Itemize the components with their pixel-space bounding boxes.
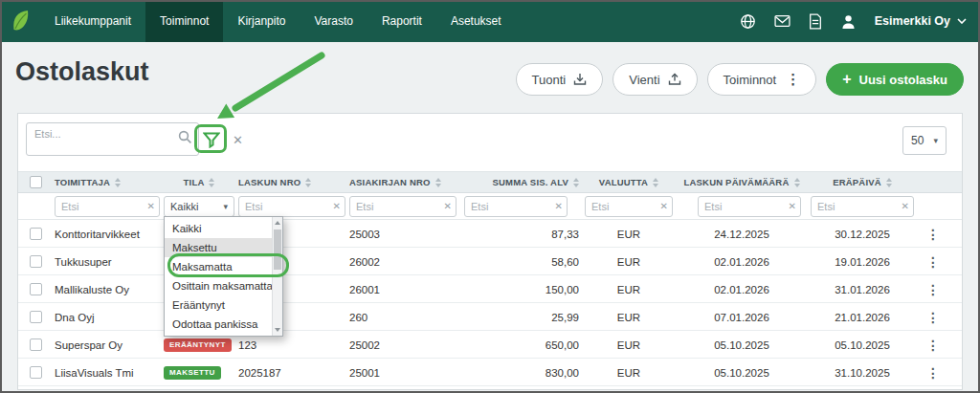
scroll-up-icon[interactable]: [275, 221, 280, 225]
document-no-cell: 26002: [349, 248, 457, 275]
company-name: Esimerkki Oy: [875, 14, 950, 28]
filter-toimittaja-input[interactable]: [56, 197, 144, 216]
filter-summa-input[interactable]: [465, 197, 551, 216]
filter-laskun-nro: ✕: [238, 196, 345, 217]
filter-erapaiva: ✕: [811, 196, 914, 217]
row-checkbox[interactable]: [30, 283, 42, 295]
clear-filter-icon[interactable]: ✕: [444, 201, 452, 211]
select-all-checkbox[interactable]: [30, 176, 42, 188]
company-switcher[interactable]: Esimerkki Oy: [875, 14, 967, 28]
table-row[interactable]: Dna Oyj 260 25,99 EUR 07.01.2026 21.01.2…: [18, 303, 962, 331]
currency-cell: EUR: [583, 220, 675, 248]
nav-item-varasto[interactable]: Varasto: [300, 0, 367, 42]
invoice-list-card: ✕ 50 ▾ TOIMITTAJA TILA LASKUN NRO ASIAKI…: [17, 113, 963, 390]
clear-filter-icon[interactable]: ✕: [147, 201, 155, 211]
clear-filter-icon[interactable]: ✕: [660, 201, 668, 211]
supplier-cell: Superspar Oy: [55, 331, 160, 359]
row-checkbox[interactable]: [30, 366, 42, 379]
page-size-select[interactable]: 50 ▾: [902, 126, 947, 155]
dropdown-option-osittain-maksamatta[interactable]: Osittain maksamatta: [165, 276, 273, 295]
brand-logo[interactable]: [0, 0, 40, 42]
filter-laskun-nro-input[interactable]: [239, 197, 329, 216]
nav-item-liikekumppanit[interactable]: Liikekumppanit: [40, 0, 145, 42]
clear-filter-icon[interactable]: ✕: [333, 201, 341, 211]
filter-laskun-paivamaara-input[interactable]: [699, 197, 785, 216]
document-no-cell: 26001: [349, 275, 457, 303]
nav-item-kirjanpito[interactable]: Kirjanpito: [223, 0, 300, 42]
column-label: SUMMA SIS. ALV: [492, 177, 568, 187]
new-invoice-button-label: Uusi ostolasku: [859, 73, 947, 87]
dropdown-scrollbar[interactable]: [272, 217, 282, 336]
table-row[interactable]: Konttoritarvikkeet 25003 87,33 EUR 24.12…: [18, 220, 962, 248]
filter-erapaiva-input[interactable]: [812, 197, 898, 216]
row-menu-kebab-icon[interactable]: ⋮: [924, 248, 943, 275]
column-header-summa[interactable]: SUMMA SIS. ALV: [460, 172, 579, 192]
column-header-valuutta[interactable]: VALUUTTA: [583, 172, 675, 192]
row-checkbox[interactable]: [30, 338, 42, 351]
column-header-asiakirjan-nro[interactable]: ASIAKIRJAN NRO: [349, 172, 457, 192]
row-checkbox[interactable]: [30, 311, 42, 323]
dropdown-option-eraantynyt[interactable]: Erääntynyt: [165, 295, 273, 315]
dropdown-option-maksettu[interactable]: Maksettu: [165, 238, 273, 257]
row-checkbox[interactable]: [30, 255, 42, 268]
clear-filter-icon[interactable]: ✕: [789, 201, 796, 211]
column-header-erapaiva[interactable]: ERÄPÄIVÄ: [809, 172, 916, 192]
nav-item-asetukset[interactable]: Asetukset: [436, 0, 516, 42]
table-row[interactable]: LiisaVisuals Tmi MAKSETTU 2025187 25001 …: [18, 359, 962, 386]
export-button[interactable]: Vienti: [612, 63, 697, 96]
supplier-cell: Tukkusuper: [55, 248, 160, 275]
amount-cell: 87,33: [460, 220, 579, 248]
row-menu-kebab-icon[interactable]: ⋮: [924, 331, 943, 359]
dropdown-option-kaikki[interactable]: Kaikki: [165, 219, 273, 238]
sort-icon: [115, 178, 121, 187]
row-menu-kebab-icon[interactable]: ⋮: [924, 275, 943, 303]
clear-filter-icon[interactable]: ✕: [555, 201, 563, 211]
dropdown-option-maksamatta[interactable]: Maksamatta: [165, 257, 273, 276]
dropdown-option-odottaa-pankissa[interactable]: Odottaa pankissa: [165, 315, 273, 334]
supplier-cell: Konttoritarvikkeet: [55, 220, 160, 248]
plus-icon: +: [842, 71, 851, 88]
import-button[interactable]: Tuonti: [516, 63, 604, 96]
actions-menu-button[interactable]: Toiminnot ⋮: [707, 63, 817, 96]
due-date-cell: 19.01.2026: [809, 248, 916, 275]
scroll-down-icon[interactable]: [275, 328, 280, 332]
leaf-logo-icon: [10, 9, 31, 33]
invoice-date-cell: 05.10.2025: [679, 359, 805, 386]
nav-utilities: Esimerkki Oy: [740, 0, 980, 42]
user-icon[interactable]: [840, 13, 857, 30]
due-date-cell: 05.10.2025: [809, 331, 916, 359]
filter-asiakirjan-nro-input[interactable]: [350, 197, 440, 216]
row-menu-kebab-icon[interactable]: ⋮: [924, 303, 943, 331]
column-header-tila[interactable]: TILA: [164, 172, 234, 192]
search-input[interactable]: [27, 125, 170, 142]
document-icon[interactable]: [809, 13, 822, 30]
document-no-cell: 25002: [349, 331, 457, 359]
filter-tila-select[interactable]: Kaikki▾: [164, 196, 234, 217]
globe-icon[interactable]: [740, 13, 756, 30]
row-checkbox[interactable]: [30, 228, 42, 240]
actions-button-label: Toiminnot: [724, 73, 777, 87]
nav-item-toiminnot[interactable]: Toiminnot: [145, 0, 223, 42]
column-label: ASIAKIRJAN NRO: [349, 177, 431, 187]
due-date-cell: 21.01.2026: [809, 303, 916, 331]
filter-valuutta-input[interactable]: [586, 197, 657, 216]
column-header-laskun-paivamaara[interactable]: LASKUN PÄIVÄMÄÄRÄ: [679, 172, 805, 192]
currency-cell: EUR: [583, 331, 675, 359]
table-row[interactable]: Mallikaluste Oy 26001 150,00 EUR 02.01.2…: [18, 275, 962, 303]
status-badge-overdue: ERÄÄNTYNYT: [164, 338, 232, 352]
row-menu-kebab-icon[interactable]: ⋮: [924, 359, 943, 386]
clear-search-icon[interactable]: ✕: [233, 133, 243, 147]
row-menu-kebab-icon[interactable]: ⋮: [924, 220, 943, 248]
mail-icon[interactable]: [774, 14, 791, 28]
due-date-cell: 31.01.2026: [809, 275, 916, 303]
clear-filter-icon[interactable]: ✕: [902, 201, 909, 211]
column-header-laskun-nro[interactable]: LASKUN NRO: [238, 172, 345, 192]
table-header: TOIMITTAJA TILA LASKUN NRO ASIAKIRJAN NR…: [18, 171, 962, 193]
column-header-toimittaja[interactable]: TOIMITTAJA: [55, 172, 160, 192]
table-row[interactable]: Tukkusuper 26002 58,60 EUR 02.01.2026 19…: [18, 248, 962, 275]
table-row[interactable]: Superspar Oy ERÄÄNTYNYT 123 25002 650,00…: [18, 331, 962, 359]
new-purchase-invoice-button[interactable]: + Uusi ostolasku: [826, 63, 964, 96]
scrollbar-thumb[interactable]: [274, 229, 281, 270]
nav-item-raportit[interactable]: Raportit: [368, 0, 436, 42]
filter-icon[interactable]: [203, 132, 220, 152]
